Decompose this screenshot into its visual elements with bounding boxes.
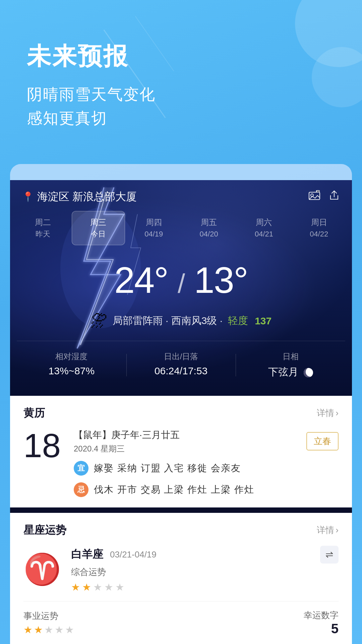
location-info: 📍 海淀区 新浪总部大厦	[22, 190, 137, 204]
almanac-date-number: 18	[23, 429, 64, 462]
horoscope-card: 星座运势 详情 › ♈ 白羊座 03/21-04/19 ⇌ 综合运势	[10, 513, 352, 644]
humidity-item: 相对湿度 13%~87%	[17, 351, 126, 379]
tab-day-5[interactable]: 周六 04/21	[238, 211, 290, 245]
share-icon[interactable]	[328, 190, 340, 204]
weather-action-icons: 40	[308, 190, 340, 204]
tab-day-3[interactable]: 周四 04/19	[128, 211, 180, 245]
aqi-value: 137	[255, 315, 272, 327]
yi-items: 嫁娶 采纳 订盟 入宅 移徙 会亲友	[94, 462, 241, 475]
career-star-3: ★	[44, 624, 53, 636]
chevron-right-icon: ›	[336, 408, 339, 418]
horoscope-date-range: 03/21-04/19	[110, 549, 157, 560]
horoscope-main-content: ♈ 白羊座 03/21-04/19 ⇌ 综合运势 ★ ★ ★ ★	[23, 546, 339, 593]
almanac-card: 黄历 详情 › 18 【鼠年】庚子年·三月廿五 2020.4 星期三	[10, 396, 352, 507]
yi-badge: 宜	[74, 461, 88, 476]
phone-top-bar	[10, 164, 352, 180]
aries-symbol: ♈	[23, 554, 61, 584]
ji-items: 伐木 开市 交易 上梁 作灶 上梁 作灶	[94, 483, 254, 496]
career-label: 事业运势	[23, 610, 181, 622]
chevron-right-icon-2: ›	[336, 525, 339, 535]
star-1: ★	[71, 581, 80, 593]
day-tabs: 周二 昨天 周三 今日 周四 04/19 周五 04/20	[10, 211, 352, 245]
header-subtitle: 阴晴雨雪天气变化 感知更真切	[27, 83, 335, 130]
weather-details-row: 相对湿度 13%~87% 日出/日落 06:24/17:53 日相 下弦月	[17, 341, 345, 389]
gallery-icon[interactable]: 40	[308, 190, 320, 204]
moon-phase-item: 日相 下弦月	[236, 351, 345, 379]
star-3: ★	[93, 581, 102, 593]
tab-day-2[interactable]: 周三 今日	[72, 211, 125, 245]
horoscope-card-header: 星座运势 详情 ›	[23, 523, 339, 538]
career-star-4: ★	[55, 624, 64, 636]
temperature-value: 24° / 13°	[114, 259, 248, 301]
weather-section: 📍 海淀区 新浪总部大厦 40	[10, 180, 352, 396]
aqi-label: 轻度	[228, 314, 248, 328]
tab-day-6[interactable]: 周日 04/22	[293, 211, 345, 245]
weather-top-bar: 📍 海淀区 新浪总部大厦 40	[10, 180, 352, 211]
lucky-number-label: 幸运数字	[181, 609, 339, 621]
cloud-lightning-icon: ⛈	[90, 311, 107, 331]
career-fortune-item: 事业运势 ★ ★ ★ ★ ★	[23, 610, 181, 636]
horoscope-more-button[interactable]: 详情 ›	[317, 524, 339, 536]
star-4: ★	[104, 581, 113, 593]
horoscope-info: 白羊座 03/21-04/19 ⇌ 综合运势 ★ ★ ★ ★ ★	[71, 546, 339, 593]
phone-frame: 📍 海淀区 新浪总部大厦 40	[10, 164, 352, 644]
almanac-title-label: 黄历	[23, 406, 45, 421]
tab-day-4[interactable]: 周五 04/20	[183, 211, 235, 245]
page-title: 未来预报	[27, 40, 335, 72]
almanac-more-button[interactable]: 详情 ›	[317, 407, 339, 419]
horoscope-bottom-row: 事业运势 ★ ★ ★ ★ ★ 幸运数字 5	[23, 601, 339, 636]
star-2: ★	[82, 581, 91, 593]
app-container: 未来预报 阴晴雨雪天气变化 感知更真切	[0, 0, 362, 644]
header-section: 未来预报 阴晴雨雪天气变化 感知更真切	[0, 0, 362, 151]
tab-day-1[interactable]: 周二 昨天	[17, 211, 69, 245]
lucky-number-item: 幸运数字 5	[181, 609, 339, 636]
ji-badge: 忌	[74, 482, 88, 497]
moon-icon	[304, 368, 313, 377]
almanac-info: 【鼠年】庚子年·三月廿五 2020.4 星期三 立春 宜 嫁娶 采纳 订盟 入宅…	[74, 429, 339, 497]
almanac-lunar-title: 【鼠年】庚子年·三月廿五	[74, 429, 180, 441]
almanac-main-content: 18 【鼠年】庚子年·三月廿五 2020.4 星期三 立春 宜 嫁娶 采纳 订盟	[23, 429, 339, 497]
almanac-card-header: 黄历 详情 ›	[23, 406, 339, 421]
location-pin-icon: 📍	[22, 191, 34, 202]
almanac-yi-row: 宜 嫁娶 采纳 订盟 入宅 移徙 会亲友	[74, 461, 339, 476]
sunrise-item: 日出/日落 06:24/17:53	[126, 351, 236, 379]
weather-text: 局部雷阵雨 · 西南风3级 ·	[113, 314, 223, 328]
career-star-2: ★	[34, 624, 43, 636]
almanac-sub-info: 2020.4 星期三	[74, 443, 180, 454]
horoscope-sub-label: 综合运势	[71, 566, 339, 578]
phone-screen: 📍 海淀区 新浪总部大厦 40	[10, 180, 352, 644]
temperature-display: 24° / 13°	[10, 245, 352, 308]
lucky-number-value: 5	[181, 621, 339, 636]
switch-sign-button[interactable]: ⇌	[320, 546, 339, 564]
weather-description: ⛈ 局部雷阵雨 · 西南风3级 · 轻度 137	[10, 308, 352, 341]
location-name: 海淀区 新浪总部大厦	[37, 190, 137, 204]
career-star-1: ★	[23, 624, 33, 636]
solar-term-badge: 立春	[306, 432, 339, 450]
horoscope-title-label: 星座运势	[23, 523, 66, 538]
horoscope-sign-name: 白羊座	[71, 547, 103, 562]
almanac-ji-row: 忌 伐木 开市 交易 上梁 作灶 上梁 作灶	[74, 482, 339, 497]
overall-stars: ★ ★ ★ ★ ★	[71, 581, 339, 593]
star-5: ★	[115, 581, 124, 593]
svg-text:40: 40	[317, 190, 319, 193]
career-stars: ★ ★ ★ ★ ★	[23, 624, 181, 636]
career-star-5: ★	[65, 624, 74, 636]
